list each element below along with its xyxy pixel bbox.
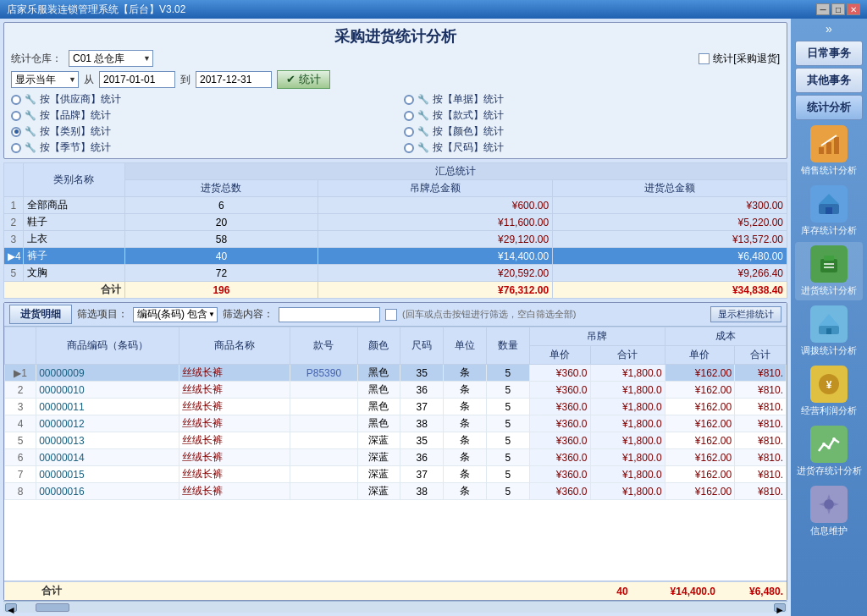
detail-table-row[interactable]: 4 00000012 丝绒长裤 黑色 38 条 5 ¥360.0 ¥1,800.… [5,415,787,432]
detail-table-row[interactable]: 2 00000010 丝绒长裤 黑色 36 条 5 ¥360.0 ¥1,800.… [5,382,787,399]
display-combo[interactable]: 显示当年 ▼ [11,71,79,88]
radio-style[interactable]: 🔧 按【款式】统计 [404,108,780,123]
radio-supplier[interactable]: 🔧 按【供应商】统计 [11,92,387,107]
radio-circle[interactable] [404,95,414,105]
warehouse-arrow: ▼ [143,54,151,63]
radio-receipt[interactable]: 🔧 按【单据】统计 [404,92,780,107]
sidebar-btn-daily[interactable]: 日常事务 [795,41,863,66]
radio-circle[interactable] [11,143,21,153]
sidebar-purchase-stat[interactable]: 进货统计分析 [795,242,863,300]
top-section: 采购进货统计分析 统计仓库： C01 总仓库 ▼ 统计[采购退货] 显示当年 ▼ [3,22,787,159]
return-goods-checkbox[interactable] [699,53,710,64]
table-row[interactable]: ▶4 [4,248,24,265]
profit-stat-label: 经营利润分析 [801,404,857,417]
svg-rect-1 [826,142,831,154]
summary-num-header [4,163,24,197]
sidebar-collapse-arrow[interactable]: » [826,22,832,36]
radio-category[interactable]: 🔧 按【类别】统计 [11,124,387,139]
svg-point-16 [827,446,831,449]
radio-circle[interactable] [11,111,21,121]
radio-brand[interactable]: 🔧 按【品牌】统计 [11,108,387,123]
table-row[interactable]: 5 [4,265,24,282]
sales-stat-label: 销售统计分析 [801,164,857,177]
scroll-right-btn[interactable]: ► [774,603,786,612]
sidebar-stock-stat[interactable]: 进货存统计分析 [795,422,863,481]
radio-size[interactable]: 🔧 按【尺码】统计 [404,140,780,155]
sidebar-transfer-stat[interactable]: 调拨统计分析 [795,302,863,360]
detail-table-row[interactable]: 6 00000014 丝绒长裤 深蓝 36 条 5 ¥360.0 ¥1,800.… [5,449,787,466]
row-hang: ¥11,600.00 [318,214,553,231]
detail-header: 进货明细 筛选项目： 编码(条码) 包含 ▼ 筛选内容： (回车或点击按钮进行筛… [4,303,787,327]
table-row[interactable]: 3 [4,231,24,248]
stat-button[interactable]: ✔ 统计 [277,70,330,89]
detail-cost-price-header: 单价 [665,346,735,365]
sidebar-btn-stats[interactable]: 统计分析 [795,95,863,120]
warehouse-combo[interactable]: C01 总仓库 ▼ [69,50,153,67]
detail-cost-total-header: 合计 [735,346,787,365]
scroll-thumb[interactable] [36,603,69,612]
row-name[interactable]: 全部商品 [23,197,124,214]
detail-table: 商品编码（条码） 商品名称 款号 颜色 尺码 单位 数量 吊牌 成本 单价 [4,327,787,500]
row-total: ¥9,266.40 [553,265,787,282]
svg-point-17 [832,437,836,441]
row-name[interactable]: 上衣 [23,231,124,248]
row-name[interactable]: 文胸 [23,265,124,282]
display-arrow: ▼ [69,75,76,84]
sidebar-btn-other[interactable]: 其他事务 [795,68,863,93]
from-label: 从 [84,73,94,87]
filter-content-checkbox[interactable] [385,309,397,321]
detail-tab[interactable]: 进货明细 [9,305,72,324]
detail-table-row[interactable]: 3 00000011 丝绒长裤 黑色 37 条 5 ¥360.0 ¥1,800.… [5,399,787,415]
summary-hang-header: 吊牌总金额 [318,180,553,197]
radio-circle-checked[interactable] [11,127,21,137]
checkbox-area: 统计[采购退货] [699,52,780,66]
summary-area: 类别名称 汇总统计 进货总数 吊牌总金额 进货总金额 1 全部商品 6 ¥600… [3,162,787,299]
filter-content-input[interactable] [279,307,380,322]
content-area: 采购进货统计分析 统计仓库： C01 总仓库 ▼ 统计[采购退货] 显示当年 ▼ [0,19,791,616]
horizontal-scrollbar[interactable]: ◄ ► [3,601,787,613]
close-button[interactable]: ✕ [847,3,860,15]
profit-icon: ¥ [810,366,848,403]
svg-marker-11 [819,314,839,326]
filter-content-label: 筛选内容： [223,307,273,322]
maximize-button[interactable]: □ [831,3,845,15]
purchase-icon [810,245,848,283]
svg-point-18 [824,499,834,509]
row-name[interactable]: 鞋子 [23,214,124,231]
stock-chart-icon [810,426,848,463]
inventory-stat-label: 库存统计分析 [801,224,857,237]
summary-total-label: 合计 [4,282,125,299]
minimize-button[interactable]: ─ [816,3,830,15]
detail-table-row[interactable]: 7 00000015 丝绒长裤 深蓝 37 条 5 ¥360.0 ¥1,800.… [5,466,787,483]
to-date-input[interactable]: 2017-12-31 [196,71,272,88]
sidebar-profit-stat[interactable]: ¥ 经营利润分析 [795,362,863,421]
radio-circle[interactable] [404,127,414,137]
sidebar-info-maint[interactable]: 信息维护 [795,482,863,541]
table-row[interactable]: 1 [4,197,24,214]
row-name[interactable]: 裤子 [23,248,124,265]
sidebar-sales-stat[interactable]: 销售统计分析 [795,122,863,180]
scroll-left-btn[interactable]: ◄ [5,603,17,612]
return-goods-label: 统计[采购退货] [713,52,780,66]
warehouse-label: 统计仓库： [11,52,62,66]
from-date-input[interactable]: 2017-01-01 [99,71,175,88]
radio-circle[interactable] [404,111,414,121]
row-qty: 20 [124,214,318,231]
detail-table-row[interactable]: 8 00000016 丝绒长裤 深蓝 38 条 5 ¥360.0 ¥1,800.… [5,483,787,500]
transfer-icon [810,305,848,343]
sort-columns-button[interactable]: 显示栏排统计 [710,306,781,322]
radio-circle[interactable] [404,143,414,153]
radio-season[interactable]: 🔧 按【季节】统计 [11,140,387,155]
detail-table-row[interactable]: ▶1 00000009 丝绒长裤 P85390 黑色 35 条 5 ¥360.0… [5,365,787,382]
summary-total-header: 进货总金额 [553,180,787,197]
to-label: 到 [180,73,191,87]
total-hang: ¥14,400.0 [656,586,715,597]
table-row[interactable]: 2 [4,214,24,231]
settings-icon [810,486,848,523]
sidebar-inventory-stat[interactable]: 库存统计分析 [795,182,863,240]
radio-color[interactable]: 🔧 按【颜色】统计 [404,124,780,139]
filter-option-combo[interactable]: 编码(条码) 包含 ▼ [133,307,218,322]
detail-table-row[interactable]: 5 00000013 丝绒长裤 深蓝 35 条 5 ¥360.0 ¥1,800.… [5,432,787,449]
row-qty: 40 [124,248,318,265]
radio-circle[interactable] [11,95,21,105]
